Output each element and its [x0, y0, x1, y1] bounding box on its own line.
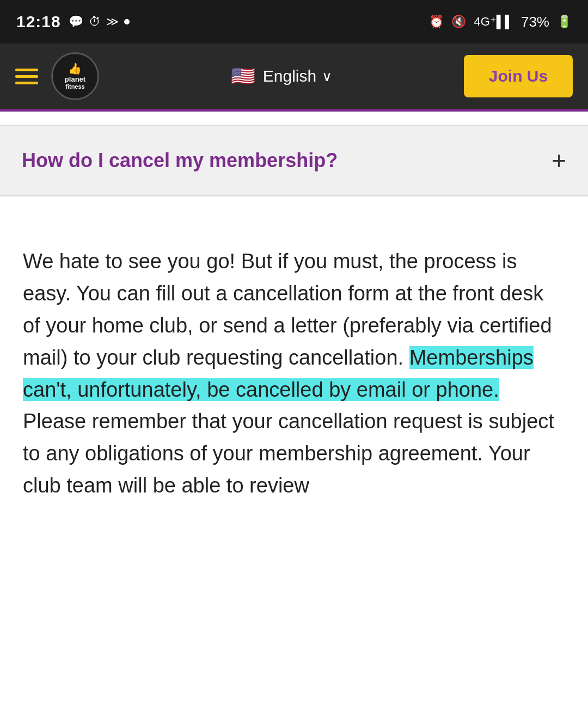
chevron-down-icon: ∨ — [322, 68, 332, 85]
nav-left: 👍 planet fitness — [15, 52, 99, 100]
clock-icon: ⏰ — [429, 15, 444, 29]
hamburger-line-1 — [15, 69, 38, 71]
signal-icon: 4G⁺▌▌ — [474, 15, 513, 29]
forward-icon: ≫ — [106, 15, 119, 29]
logo-text: 👍 planet fitness — [65, 63, 85, 90]
content-paragraph: We hate to see you go! But if you must, … — [23, 245, 565, 502]
mute-icon: 🔇 — [451, 15, 466, 29]
alarm-icon: ⏱ — [89, 15, 101, 29]
spacer-middle — [0, 196, 588, 218]
message-icon: 💬 — [69, 15, 83, 29]
language-label: English — [263, 67, 316, 85]
logo-thumb-icon: 👍 — [65, 63, 85, 75]
nav-bar: 👍 planet fitness 🇺🇸 English ∨ Join Us — [0, 44, 588, 109]
status-bar: 12:18 💬 ⏱ ≫ ⏰ 🔇 4G⁺▌▌ 73% 🔋 — [0, 0, 588, 44]
logo-planet-text: planet — [65, 76, 85, 83]
join-us-button[interactable]: Join Us — [464, 55, 573, 97]
battery-level: 73% — [521, 14, 549, 30]
faq-toggle-icon[interactable]: + — [552, 146, 566, 175]
faq-accordion[interactable]: How do I cancel my membership? + — [0, 125, 588, 196]
status-left: 12:18 💬 ⏱ ≫ — [16, 13, 130, 31]
faq-question-text: How do I cancel my membership? — [22, 149, 541, 172]
nav-center: 🇺🇸 English ∨ — [231, 65, 332, 88]
spacer-top — [0, 112, 588, 125]
us-flag-icon: 🇺🇸 — [231, 65, 255, 88]
logo[interactable]: 👍 planet fitness — [51, 52, 99, 100]
logo-circle: 👍 planet fitness — [51, 52, 99, 100]
hamburger-line-3 — [15, 82, 38, 84]
dot-indicator — [124, 19, 130, 24]
language-selector[interactable]: English ∨ — [263, 67, 332, 85]
main-content: We hate to see you go! But if you must, … — [0, 218, 588, 524]
status-icons: 💬 ⏱ ≫ — [69, 15, 130, 29]
battery-icon: 🔋 — [557, 15, 572, 29]
status-right: ⏰ 🔇 4G⁺▌▌ 73% 🔋 — [429, 14, 572, 30]
hamburger-menu[interactable] — [15, 69, 38, 84]
status-time: 12:18 — [16, 13, 61, 31]
content-text-after: Please remember that your cancellation r… — [23, 410, 554, 497]
logo-fitness-text: fitness — [65, 83, 85, 90]
hamburger-line-2 — [15, 75, 38, 78]
